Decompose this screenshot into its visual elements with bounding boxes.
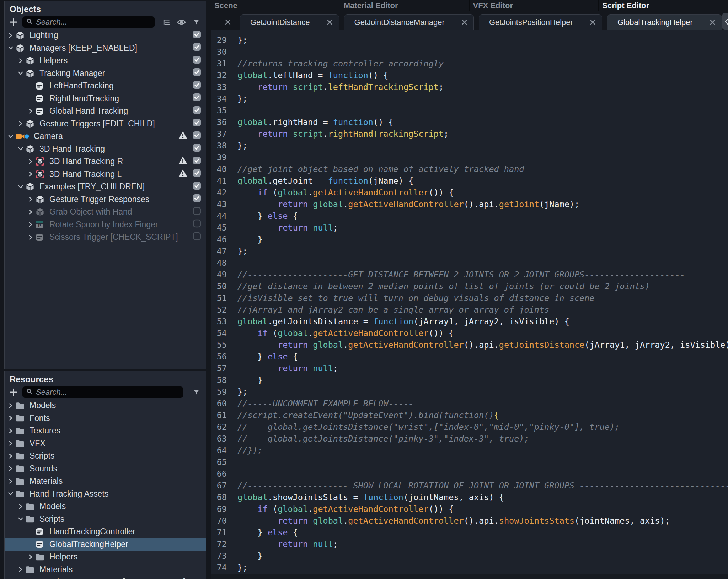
close-icon[interactable] bbox=[461, 19, 468, 26]
tree-row[interactable]: Examples [TRY_CHILDREN] bbox=[5, 180, 206, 193]
chevron-right-icon[interactable] bbox=[26, 207, 35, 217]
chevron-right-icon[interactable] bbox=[6, 439, 15, 448]
tree-row[interactable]: Helpers bbox=[5, 551, 206, 563]
visibility-checkbox[interactable] bbox=[193, 81, 201, 91]
tree-row[interactable]: Hand Gesture Presets [TRY_PREFABS] bbox=[5, 576, 206, 579]
script-tab-GlobalTrackingHelper[interactable]: GlobalTrackingHelper bbox=[607, 14, 722, 30]
chevron-down-icon[interactable] bbox=[16, 144, 25, 153]
panel-tab-script-editor[interactable]: Script Editor bbox=[599, 0, 728, 11]
panel-tab-scene[interactable]: Scene bbox=[211, 0, 340, 11]
visibility-checkbox[interactable] bbox=[193, 106, 201, 117]
code-editor[interactable]: 29};3031//returns tracking controller ac… bbox=[211, 30, 728, 574]
add-resource-button[interactable] bbox=[8, 387, 19, 397]
eye-icon[interactable] bbox=[176, 17, 187, 27]
visibility-checkbox[interactable] bbox=[193, 68, 201, 79]
chevron-right-icon[interactable] bbox=[16, 56, 25, 65]
panel-tab-vfx-editor[interactable]: VFX Editor bbox=[470, 0, 599, 11]
chevron-right-icon[interactable] bbox=[6, 413, 15, 423]
chevron-right-icon[interactable] bbox=[6, 451, 15, 461]
tree-row[interactable]: Helpers bbox=[5, 54, 206, 67]
script-tab-GetJointDistanceManager[interactable]: GetJointDistanceManager bbox=[344, 14, 474, 30]
horizontal-scrollbar[interactable] bbox=[211, 574, 728, 579]
chevron-right-icon[interactable] bbox=[16, 565, 25, 574]
visibility-checkbox[interactable] bbox=[193, 43, 201, 53]
filter-icon[interactable] bbox=[191, 387, 202, 397]
tree-row[interactable]: Sounds bbox=[5, 462, 206, 475]
chevron-right-icon[interactable] bbox=[26, 157, 35, 166]
visibility-checkbox[interactable] bbox=[193, 182, 201, 192]
close-icon[interactable] bbox=[589, 19, 596, 26]
chevron-right-icon[interactable] bbox=[16, 502, 25, 511]
chevron-down-icon[interactable] bbox=[16, 69, 25, 78]
tree-row[interactable]: 3D Hand Tracking bbox=[5, 143, 206, 156]
tree-row[interactable]: PRotate Spoon by Index Finger bbox=[5, 218, 206, 231]
tree-row[interactable]: Textures bbox=[5, 424, 206, 437]
tree-row[interactable]: HandTrackingController bbox=[5, 525, 206, 538]
tree-row[interactable]: Tracking Manager bbox=[5, 67, 206, 80]
tree-row[interactable]: Fonts bbox=[5, 412, 206, 425]
chevron-right-icon[interactable] bbox=[26, 233, 35, 242]
tree-row[interactable]: Materials bbox=[5, 475, 206, 488]
resources-search-box[interactable] bbox=[22, 386, 183, 398]
filter-icon[interactable] bbox=[191, 17, 202, 27]
chevron-down-icon[interactable] bbox=[6, 132, 15, 141]
visibility-checkbox[interactable] bbox=[193, 30, 201, 41]
chevron-right-icon[interactable] bbox=[16, 578, 25, 579]
resources-search-input[interactable] bbox=[36, 388, 180, 397]
tree-row[interactable]: Scripts bbox=[5, 450, 206, 462]
visibility-checkbox[interactable] bbox=[193, 118, 201, 129]
objects-search-input[interactable] bbox=[36, 17, 151, 27]
chevron-right-icon[interactable] bbox=[6, 426, 15, 435]
visibility-checkbox[interactable] bbox=[193, 207, 201, 217]
tree-row[interactable]: Global Hand Tracking bbox=[5, 105, 206, 118]
visibility-checkbox[interactable] bbox=[193, 131, 201, 142]
visibility-checkbox[interactable] bbox=[193, 144, 201, 154]
tree-row[interactable]: 3D Hand Tracking R bbox=[5, 155, 206, 168]
tabs-scroll-left-button[interactable] bbox=[722, 13, 728, 30]
visibility-checkbox[interactable] bbox=[193, 169, 201, 179]
chevron-right-icon[interactable] bbox=[6, 477, 15, 486]
tree-row[interactable]: Scripts bbox=[5, 513, 206, 526]
chevron-down-icon[interactable] bbox=[6, 43, 15, 53]
chevron-right-icon[interactable] bbox=[6, 401, 15, 410]
visibility-checkbox[interactable] bbox=[193, 55, 201, 66]
outline-view-icon[interactable] bbox=[161, 17, 172, 27]
objects-search-box[interactable] bbox=[22, 16, 155, 28]
tree-row[interactable]: LeftHandTracking bbox=[5, 80, 206, 92]
tree-row[interactable]: GlobalTrackingHelper bbox=[5, 538, 206, 551]
panel-tab-material-editor[interactable]: Material Editor bbox=[340, 0, 470, 11]
add-object-button[interactable] bbox=[8, 17, 19, 27]
tree-row[interactable]: Gesture Trigger Responses bbox=[5, 193, 206, 206]
visibility-checkbox[interactable] bbox=[193, 93, 201, 104]
tree-row[interactable]: VFX bbox=[5, 437, 206, 450]
close-icon[interactable] bbox=[709, 19, 716, 26]
chevron-down-icon[interactable] bbox=[16, 182, 25, 191]
chevron-right-icon[interactable] bbox=[26, 195, 35, 204]
script-tab-GetJointDistance[interactable]: GetJointDistance bbox=[240, 14, 339, 30]
chevron-right-icon[interactable] bbox=[6, 464, 15, 473]
chevron-right-icon[interactable] bbox=[6, 31, 15, 40]
script-tab-GetJointsPositionHelper[interactable]: GetJointsPositionHelper bbox=[479, 14, 602, 30]
tree-row[interactable]: Materials bbox=[5, 563, 206, 576]
tree-row[interactable]: Models bbox=[5, 399, 206, 412]
visibility-checkbox[interactable] bbox=[193, 194, 201, 205]
tree-row[interactable]: Scissors Trigger [CHECK_SCRIPT] bbox=[5, 231, 206, 244]
tree-row[interactable]: Camera bbox=[5, 130, 206, 143]
tree-row[interactable]: Hand Tracking Assets bbox=[5, 488, 206, 500]
close-icon[interactable] bbox=[326, 19, 333, 26]
visibility-checkbox[interactable] bbox=[193, 219, 201, 230]
tree-row[interactable]: RightHandTracking bbox=[5, 92, 206, 105]
chevron-right-icon[interactable] bbox=[26, 107, 35, 116]
tree-row[interactable]: Gesture Triggers [EDIT_CHILD] bbox=[5, 118, 206, 130]
visibility-checkbox[interactable] bbox=[193, 156, 201, 167]
chevron-right-icon[interactable] bbox=[26, 220, 35, 229]
chevron-right-icon[interactable] bbox=[26, 169, 35, 179]
tree-row[interactable]: Models bbox=[5, 500, 206, 513]
chevron-down-icon[interactable] bbox=[6, 489, 15, 498]
chevron-right-icon[interactable] bbox=[16, 119, 25, 128]
tree-row[interactable]: Managers [KEEP_ENABLED] bbox=[5, 42, 206, 55]
tree-row[interactable]: Lighting bbox=[5, 29, 206, 42]
close-icon[interactable] bbox=[221, 14, 235, 30]
chevron-right-icon[interactable] bbox=[26, 552, 35, 562]
chevron-down-icon[interactable] bbox=[16, 514, 25, 524]
